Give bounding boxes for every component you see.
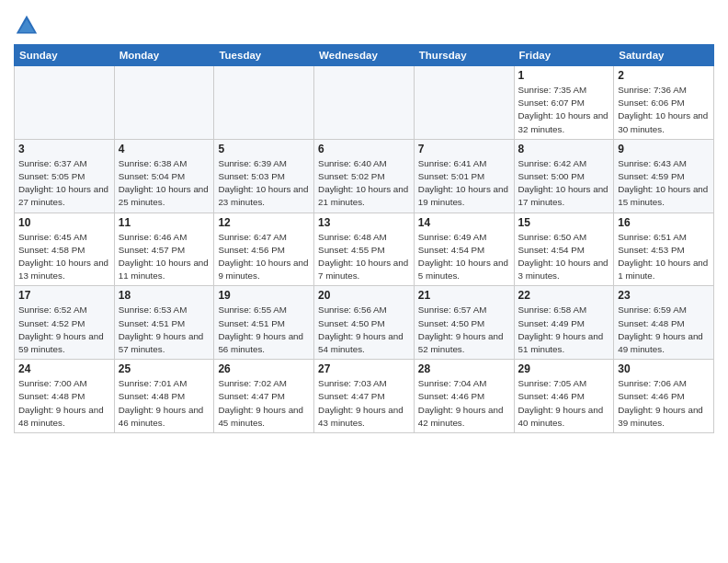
weekday-header-monday: Monday	[114, 45, 214, 66]
day-info: Sunrise: 6:47 AM Sunset: 4:56 PM Dayligh…	[218, 231, 310, 283]
weekday-header-wednesday: Wednesday	[314, 45, 415, 66]
calendar-cell: 5Sunrise: 6:39 AM Sunset: 5:03 PM Daylig…	[214, 139, 314, 213]
weekday-header-sunday: Sunday	[15, 45, 115, 66]
day-info: Sunrise: 6:57 AM Sunset: 4:50 PM Dayligh…	[418, 304, 510, 356]
calendar-cell: 18Sunrise: 6:53 AM Sunset: 4:51 PM Dayli…	[114, 286, 214, 360]
day-info: Sunrise: 6:53 AM Sunset: 4:51 PM Dayligh…	[119, 304, 210, 356]
day-number: 15	[518, 216, 610, 229]
calendar-cell: 6Sunrise: 6:40 AM Sunset: 5:02 PM Daylig…	[314, 139, 415, 213]
day-info: Sunrise: 6:50 AM Sunset: 4:54 PM Dayligh…	[518, 231, 610, 283]
day-number: 24	[18, 362, 110, 375]
logo-icon	[14, 13, 40, 39]
day-number: 22	[518, 289, 610, 302]
day-info: Sunrise: 7:00 AM Sunset: 4:48 PM Dayligh…	[18, 377, 110, 430]
header	[14, 9, 714, 39]
day-info: Sunrise: 6:56 AM Sunset: 4:50 PM Dayligh…	[318, 304, 410, 356]
day-info: Sunrise: 6:52 AM Sunset: 4:52 PM Dayligh…	[18, 304, 110, 356]
calendar-cell: 8Sunrise: 6:42 AM Sunset: 5:00 PM Daylig…	[514, 139, 614, 213]
day-info: Sunrise: 7:03 AM Sunset: 4:47 PM Dayligh…	[318, 377, 410, 430]
day-number: 6	[318, 143, 410, 155]
day-number: 25	[119, 362, 210, 375]
day-info: Sunrise: 6:45 AM Sunset: 4:58 PM Dayligh…	[18, 231, 110, 283]
calendar-cell: 28Sunrise: 7:04 AM Sunset: 4:46 PM Dayli…	[414, 360, 514, 433]
day-number: 14	[418, 216, 510, 229]
calendar-cell: 3Sunrise: 6:37 AM Sunset: 5:05 PM Daylig…	[15, 139, 115, 213]
day-info: Sunrise: 6:59 AM Sunset: 4:48 PM Dayligh…	[618, 304, 710, 356]
calendar-cell: 4Sunrise: 6:38 AM Sunset: 5:04 PM Daylig…	[114, 139, 214, 213]
calendar-cell	[314, 66, 415, 140]
calendar-cell: 24Sunrise: 7:00 AM Sunset: 4:48 PM Dayli…	[15, 360, 115, 433]
calendar-cell: 7Sunrise: 6:41 AM Sunset: 5:01 PM Daylig…	[414, 139, 514, 213]
day-info: Sunrise: 7:01 AM Sunset: 4:48 PM Dayligh…	[119, 377, 210, 430]
calendar-week-row: 24Sunrise: 7:00 AM Sunset: 4:48 PM Dayli…	[15, 360, 714, 433]
day-number: 20	[318, 289, 410, 302]
calendar-cell: 14Sunrise: 6:49 AM Sunset: 4:54 PM Dayli…	[414, 213, 514, 286]
day-info: Sunrise: 6:46 AM Sunset: 4:57 PM Dayligh…	[119, 231, 210, 283]
day-number: 3	[18, 143, 110, 155]
day-info: Sunrise: 6:49 AM Sunset: 4:54 PM Dayligh…	[418, 231, 510, 283]
calendar-week-row: 17Sunrise: 6:52 AM Sunset: 4:52 PM Dayli…	[15, 286, 714, 360]
day-number: 12	[218, 216, 310, 229]
calendar-cell	[114, 66, 214, 140]
day-number: 23	[618, 289, 710, 302]
day-number: 10	[18, 216, 110, 229]
day-number: 5	[218, 143, 310, 155]
day-info: Sunrise: 6:55 AM Sunset: 4:51 PM Dayligh…	[218, 304, 310, 356]
day-info: Sunrise: 6:40 AM Sunset: 5:02 PM Dayligh…	[318, 157, 410, 210]
calendar-cell: 25Sunrise: 7:01 AM Sunset: 4:48 PM Dayli…	[114, 360, 214, 433]
day-info: Sunrise: 7:06 AM Sunset: 4:46 PM Dayligh…	[618, 377, 710, 430]
calendar-week-row: 3Sunrise: 6:37 AM Sunset: 5:05 PM Daylig…	[15, 139, 714, 213]
day-number: 13	[318, 216, 410, 229]
calendar-cell: 23Sunrise: 6:59 AM Sunset: 4:48 PM Dayli…	[614, 286, 714, 360]
day-number: 16	[618, 216, 710, 229]
calendar-cell: 20Sunrise: 6:56 AM Sunset: 4:50 PM Dayli…	[314, 286, 415, 360]
calendar-cell: 1Sunrise: 7:35 AM Sunset: 6:07 PM Daylig…	[514, 66, 614, 140]
day-number: 19	[218, 289, 310, 302]
calendar-cell: 19Sunrise: 6:55 AM Sunset: 4:51 PM Dayli…	[214, 286, 314, 360]
calendar-cell: 30Sunrise: 7:06 AM Sunset: 4:46 PM Dayli…	[614, 360, 714, 433]
day-number: 29	[518, 362, 610, 375]
calendar-cell: 26Sunrise: 7:02 AM Sunset: 4:47 PM Dayli…	[214, 360, 314, 433]
day-number: 11	[119, 216, 210, 229]
day-info: Sunrise: 7:35 AM Sunset: 6:07 PM Dayligh…	[518, 84, 610, 136]
calendar-cell: 22Sunrise: 6:58 AM Sunset: 4:49 PM Dayli…	[514, 286, 614, 360]
calendar-cell: 12Sunrise: 6:47 AM Sunset: 4:56 PM Dayli…	[214, 213, 314, 286]
calendar-cell: 27Sunrise: 7:03 AM Sunset: 4:47 PM Dayli…	[314, 360, 415, 433]
day-number: 4	[119, 143, 210, 155]
calendar-cell: 21Sunrise: 6:57 AM Sunset: 4:50 PM Dayli…	[414, 286, 514, 360]
day-number: 8	[518, 143, 610, 155]
calendar-cell: 11Sunrise: 6:46 AM Sunset: 4:57 PM Dayli…	[114, 213, 214, 286]
day-number: 21	[418, 289, 510, 302]
calendar-table: SundayMondayTuesdayWednesdayThursdayFrid…	[14, 44, 714, 433]
day-info: Sunrise: 6:58 AM Sunset: 4:49 PM Dayligh…	[518, 304, 610, 356]
day-info: Sunrise: 6:43 AM Sunset: 4:59 PM Dayligh…	[618, 157, 710, 210]
day-number: 28	[418, 362, 510, 375]
day-info: Sunrise: 6:38 AM Sunset: 5:04 PM Dayligh…	[119, 157, 210, 210]
weekday-header-thursday: Thursday	[414, 45, 514, 66]
calendar-cell: 13Sunrise: 6:48 AM Sunset: 4:55 PM Dayli…	[314, 213, 415, 286]
day-info: Sunrise: 6:42 AM Sunset: 5:00 PM Dayligh…	[518, 157, 610, 210]
weekday-header-tuesday: Tuesday	[214, 45, 314, 66]
weekday-header-friday: Friday	[514, 45, 614, 66]
day-info: Sunrise: 7:04 AM Sunset: 4:46 PM Dayligh…	[418, 377, 510, 430]
day-number: 27	[318, 362, 410, 375]
day-number: 30	[618, 362, 710, 375]
day-info: Sunrise: 6:37 AM Sunset: 5:05 PM Dayligh…	[18, 157, 110, 210]
calendar-cell	[214, 66, 314, 140]
day-info: Sunrise: 6:48 AM Sunset: 4:55 PM Dayligh…	[318, 231, 410, 283]
calendar-cell	[414, 66, 514, 140]
day-number: 18	[119, 289, 210, 302]
calendar-cell: 15Sunrise: 6:50 AM Sunset: 4:54 PM Dayli…	[514, 213, 614, 286]
calendar-header-row: SundayMondayTuesdayWednesdayThursdayFrid…	[15, 45, 714, 66]
logo	[14, 13, 43, 39]
weekday-header-saturday: Saturday	[614, 45, 714, 66]
day-number: 9	[618, 143, 710, 155]
calendar-cell: 2Sunrise: 7:36 AM Sunset: 6:06 PM Daylig…	[614, 66, 714, 140]
calendar-week-row: 10Sunrise: 6:45 AM Sunset: 4:58 PM Dayli…	[15, 213, 714, 286]
calendar-cell	[15, 66, 115, 140]
calendar-cell: 17Sunrise: 6:52 AM Sunset: 4:52 PM Dayli…	[15, 286, 115, 360]
day-number: 26	[218, 362, 310, 375]
day-number: 1	[518, 69, 610, 82]
day-number: 17	[18, 289, 110, 302]
calendar-cell: 10Sunrise: 6:45 AM Sunset: 4:58 PM Dayli…	[15, 213, 115, 286]
